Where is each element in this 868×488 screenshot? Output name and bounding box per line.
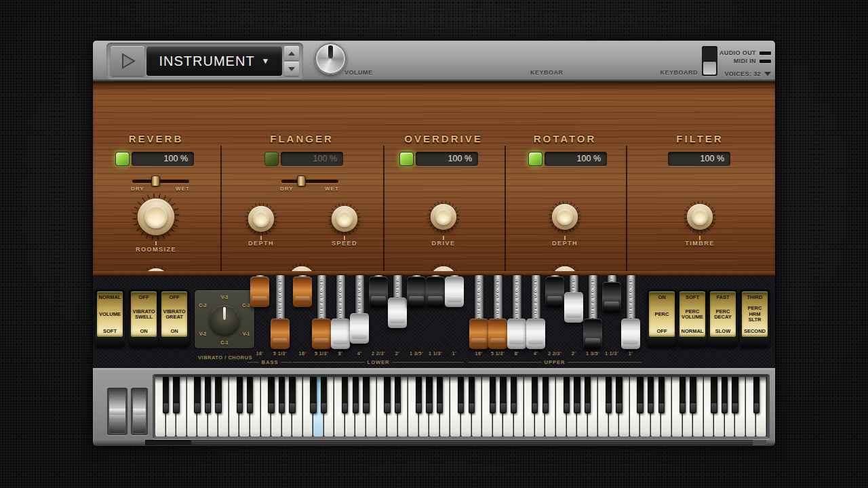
piano-key-black[interactable] xyxy=(585,377,591,413)
piano-key-black[interactable] xyxy=(247,377,253,413)
flanger-depth-knob[interactable] xyxy=(245,203,277,235)
piano-key-black[interactable] xyxy=(690,377,696,413)
voices-dropdown-icon xyxy=(764,72,771,76)
drawbar-lower-5-handle[interactable] xyxy=(369,277,388,307)
drawbar-lower-1-handle[interactable] xyxy=(293,277,312,307)
piano-key-black[interactable] xyxy=(606,377,612,413)
piano-key-black[interactable] xyxy=(173,377,179,413)
piano-key-black[interactable] xyxy=(469,377,475,413)
piano-key-black[interactable] xyxy=(353,377,359,413)
piano-key-black[interactable] xyxy=(268,377,274,413)
piano-key-black[interactable] xyxy=(711,377,717,413)
left-switch-3[interactable]: OFFVIBRATO GREATON xyxy=(159,289,189,348)
reverb-drywet-slider[interactable] xyxy=(132,180,189,183)
drawbar-lower-6-handle[interactable] xyxy=(388,298,407,328)
drawbar-upper-7-handle[interactable] xyxy=(583,319,602,349)
drawbar-lower-3-handle[interactable] xyxy=(331,319,350,349)
drawbar-lower-2-handle[interactable] xyxy=(312,319,331,349)
drawbar-bass-2-handle[interactable] xyxy=(271,319,290,349)
right-switch-2[interactable]: SOFTPERC VOLUMENORMAL xyxy=(677,289,707,348)
piano-key-black[interactable] xyxy=(648,377,654,413)
drawbar-upper-4-handle[interactable] xyxy=(526,319,545,349)
piano-key-black[interactable] xyxy=(310,377,316,413)
overdrive-amount-display[interactable]: 100 % xyxy=(416,152,478,166)
piano-key-black[interactable] xyxy=(732,377,738,413)
rotator-amount-display[interactable]: 100 % xyxy=(545,152,607,166)
mod-wheel[interactable] xyxy=(131,388,148,435)
piano-key-black[interactable] xyxy=(205,377,211,413)
right-switch-4[interactable]: THIRDPERC HRM SLTRSECOND xyxy=(740,289,770,348)
piano-key-black[interactable] xyxy=(637,377,643,413)
piano-key-black[interactable] xyxy=(215,377,221,413)
left-switch-1[interactable]: NORMALVOLUMESOFT xyxy=(95,289,125,348)
right-switch-3[interactable]: FASTPERC DECAYSLOW xyxy=(708,289,738,348)
rotator-depth-knob[interactable] xyxy=(549,201,581,233)
piano-key-black[interactable] xyxy=(616,377,622,413)
piano-key-black[interactable] xyxy=(490,377,496,413)
vibrato-chorus-knob[interactable] xyxy=(210,305,239,335)
drawbar-lower-4-handle[interactable] xyxy=(350,313,369,344)
piano-key-black[interactable] xyxy=(532,377,538,413)
flanger-drywet-handle[interactable] xyxy=(297,176,306,186)
volume-knob[interactable] xyxy=(315,43,347,75)
keyboard-scrollbar[interactable] xyxy=(145,440,766,445)
drawbar-upper-8-handle[interactable] xyxy=(602,282,621,312)
filter-timbre-knob[interactable] xyxy=(684,201,716,233)
piano-key-black[interactable] xyxy=(237,377,243,413)
drawbar-lower-9-handle[interactable] xyxy=(445,277,464,307)
drawbar-lower-7-handle[interactable] xyxy=(407,277,426,307)
piano-key-black[interactable] xyxy=(321,377,327,413)
reverb-amount-display[interactable]: 100 % xyxy=(132,152,194,166)
rotator-enable-led[interactable] xyxy=(528,152,542,166)
flanger-enable-led[interactable] xyxy=(264,152,279,166)
piano-key-black[interactable] xyxy=(194,377,200,413)
piano-key-black[interactable] xyxy=(658,377,665,413)
play-button[interactable] xyxy=(111,46,144,76)
piano-key-black[interactable] xyxy=(384,377,390,413)
piano-key-black[interactable] xyxy=(500,377,506,413)
piano-key-black[interactable] xyxy=(753,377,760,413)
keyboard-scrollbar-thumb[interactable] xyxy=(191,441,753,445)
flanger-speed-knob[interactable] xyxy=(328,203,361,235)
drawbar-upper-3-handle[interactable] xyxy=(507,319,526,349)
drawbar-upper-1-handle[interactable] xyxy=(469,319,488,349)
piano-key-black[interactable] xyxy=(458,377,464,413)
piano-key-black[interactable] xyxy=(395,377,401,413)
flanger-drywet-slider[interactable] xyxy=(281,180,338,183)
left-switch-2[interactable]: OFFVIBRATO SWELLON xyxy=(129,289,159,348)
voices-selector[interactable]: VOICES: 32 xyxy=(724,70,771,77)
preset-down-button[interactable] xyxy=(284,62,299,76)
piano-key-black[interactable] xyxy=(437,377,443,413)
piano-key-black[interactable] xyxy=(426,377,432,413)
drawbar-upper-2-handle[interactable] xyxy=(488,319,507,349)
preset-up-button[interactable] xyxy=(284,46,299,60)
piano-key-black[interactable] xyxy=(279,377,285,413)
roomsize-knob[interactable] xyxy=(132,193,180,241)
piano-key-black[interactable] xyxy=(363,377,369,413)
keyboard-toggle[interactable] xyxy=(702,46,717,76)
overdrive-drive-knob[interactable] xyxy=(427,201,460,233)
drawbar-bass-1-handle[interactable] xyxy=(250,277,269,307)
drawbar-upper-5-handle[interactable] xyxy=(545,277,564,307)
reverb-enable-led[interactable] xyxy=(115,152,130,166)
right-switch-1[interactable]: ONPERCOFF xyxy=(647,289,677,348)
drawbar-lower-8-handle[interactable] xyxy=(426,277,445,307)
piano-key-black[interactable] xyxy=(289,377,295,413)
piano-key-black[interactable] xyxy=(511,377,517,413)
drawbar-upper-9-handle[interactable] xyxy=(621,319,640,349)
piano-key-black[interactable] xyxy=(542,377,549,413)
piano-key-black[interactable] xyxy=(564,377,570,413)
pitch-wheel[interactable] xyxy=(107,388,127,435)
flanger-amount-display[interactable]: 100 % xyxy=(281,152,343,166)
piano-key-black[interactable] xyxy=(679,377,686,413)
piano-key-black[interactable] xyxy=(574,377,580,413)
overdrive-enable-led[interactable] xyxy=(399,152,414,166)
piano-key-black[interactable] xyxy=(342,377,348,413)
instrument-dropdown[interactable]: INSTRUMENT ▼ xyxy=(146,46,282,76)
piano-key-black[interactable] xyxy=(416,377,422,413)
piano-key-black[interactable] xyxy=(722,377,728,413)
filter-amount-display[interactable]: 100 % xyxy=(668,152,730,166)
drawbar-upper-6-handle[interactable] xyxy=(564,292,583,323)
reverb-drywet-handle[interactable] xyxy=(151,176,160,186)
piano-key-black[interactable] xyxy=(163,377,169,413)
